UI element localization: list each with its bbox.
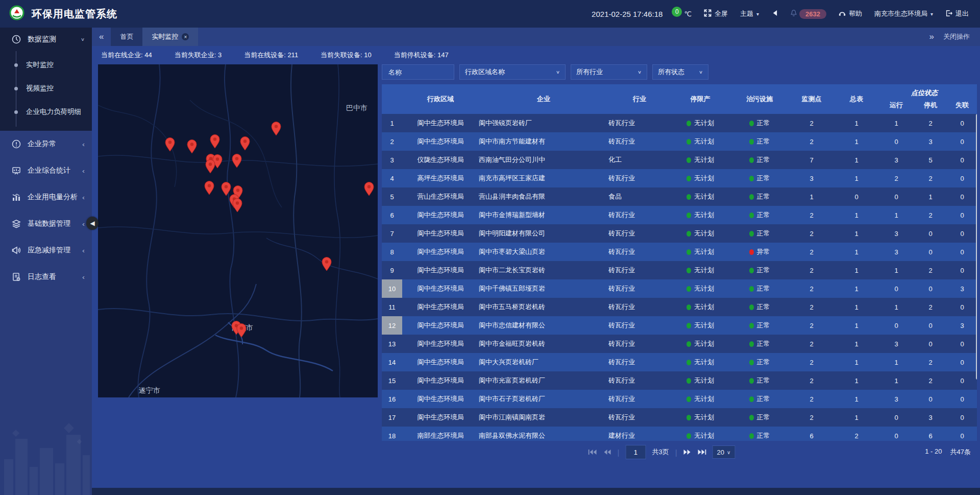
table-row[interactable]: 1 阆中生态环境局 阆中强锐页岩砖厂 砖瓦行业 无计划 正常 2 1 1 2 0: [382, 114, 977, 132]
status-dot-icon: [749, 231, 754, 237]
notification-badge[interactable]: 2632: [799, 9, 826, 19]
sidebar-group-2[interactable]: 企业综合统计 ‹: [0, 157, 92, 184]
stat-item: 当前失联设备: 10: [321, 51, 372, 60]
table-row[interactable]: 11 阆中生态环境局 阆中市五马桥页岩机砖 砖瓦行业 无计划 正常 2 1 1 …: [382, 298, 977, 316]
cell-company: 阆中市二龙长宝页岩砖: [479, 261, 608, 279]
cell-stopped: 2: [914, 206, 947, 224]
tabs-scroll-left-icon[interactable]: «: [92, 32, 111, 42]
chevron-down-icon: ∨: [81, 37, 85, 42]
chevron-down-icon: ∨: [638, 69, 642, 75]
table-row[interactable]: 2 阆中生态环境局 阆中市南方节能建材有 砖瓦行业 无计划 正常 2 1 0 3…: [382, 132, 977, 151]
status-dot-icon: [749, 323, 754, 328]
help-button[interactable]: 帮助: [839, 9, 862, 18]
status-dot-icon: [749, 378, 754, 384]
sidebar-item[interactable]: 实时监控: [0, 53, 92, 77]
cell-company: 南充市高坪区王家店建: [479, 169, 608, 187]
map-collapse-handle[interactable]: ◀: [86, 217, 99, 230]
chevron-left-icon: ‹: [82, 194, 85, 201]
name-filter-input[interactable]: [387, 68, 449, 77]
table-row[interactable]: 6 阆中生态环境局 阆中市金博瑞新型墙材 砖瓦行业 无计划 正常 2 1 1 2…: [382, 206, 977, 224]
table-row[interactable]: 5 营山生态环境局 营山县润丰肉食品有限 食品 无计划 正常 1 0 0 1 0: [382, 187, 977, 206]
cell-offline: 0: [947, 187, 977, 206]
sidebar-item[interactable]: 企业电力负荷明细: [0, 100, 92, 124]
close-operations-button[interactable]: 关闭操作: [943, 32, 970, 41]
cell-meters: 1: [834, 243, 879, 261]
theme-button[interactable]: 主题 ▾: [740, 9, 759, 18]
cell-running: 1: [879, 353, 914, 371]
first-page-icon[interactable]: [589, 449, 597, 455]
cell-meters: 1: [834, 390, 879, 408]
sidebar-group-3[interactable]: 企业用电量分析 ‹: [0, 184, 92, 210]
temperature-unit: ℃: [684, 10, 692, 18]
org-menu[interactable]: 南充市生态环境局 ▾: [874, 9, 933, 18]
cell-running: 1: [879, 371, 914, 390]
table-row[interactable]: 18 南部生态环境局 南部县双佛水泥有限公 建材行业 无计划 正常 6 2 0 …: [382, 427, 977, 441]
table-row[interactable]: 3 仪陇生态环境局 西南油气田分公司川中 化工 无计划 正常 7 1 3 5 0: [382, 151, 977, 169]
cell-stop-status: 无计划: [671, 114, 730, 132]
sidebar-group-1[interactable]: 企业异常 ‹: [0, 131, 92, 157]
cell-facility-status: 异常: [730, 243, 789, 261]
table-row[interactable]: 14 阆中生态环境局 阆中大兴页岩机砖厂 砖瓦行业 无计划 正常 2 1 1 2…: [382, 353, 977, 371]
name-filter-field[interactable]: [382, 64, 454, 80]
cell-points: 2: [789, 298, 834, 316]
sound-button[interactable]: [771, 10, 778, 18]
sidebar-group-6[interactable]: 日志查看 ‹: [0, 264, 92, 290]
table-scrollbar[interactable]: [976, 114, 977, 380]
cell-running: 0: [879, 132, 914, 151]
sidebar-group-4[interactable]: 基础数据管理 ‹: [0, 210, 92, 237]
table-row[interactable]: 7 阆中生态环境局 阆中明阳建材有限公司 砖瓦行业 无计划 正常 2 1 3 0…: [382, 224, 977, 243]
cell-stopped: 6: [914, 427, 947, 441]
cell-facility-status: 正常: [730, 261, 789, 279]
next-page-icon[interactable]: [683, 449, 692, 455]
sidebar-item[interactable]: 视频监控: [0, 77, 92, 100]
stat-item: 当前在线企业: 44: [101, 51, 152, 60]
cell-offline: 0: [947, 243, 977, 261]
pagination-bar: | 共3页 | 20 ∨: [382, 442, 977, 462]
cell-stopped: 0: [914, 279, 947, 298]
page-size-select[interactable]: 20 ∨: [713, 445, 736, 459]
last-page-icon[interactable]: [698, 449, 706, 455]
page-number-input[interactable]: [625, 445, 646, 459]
table-row[interactable]: 8 阆中生态环境局 阆中市枣碧大梁山页岩 砖瓦行业 无计划 异常 2 1 3 0…: [382, 243, 977, 261]
cell-facility-status: 正常: [730, 371, 789, 390]
tabs-scroll-right-icon[interactable]: »: [929, 32, 934, 42]
cell-region: 阆中生态环境局: [402, 390, 479, 408]
cell-facility-status: 正常: [730, 408, 789, 427]
status-filter-select[interactable]: 所有状态 ∨: [652, 64, 708, 80]
sidebar-group-0[interactable]: 数据监测 ∨: [0, 28, 92, 51]
cell-facility-status: 正常: [730, 335, 789, 353]
table-row[interactable]: 17 阆中生态环境局 阆中市江南镇阆南页岩 砖瓦行业 无计划 正常 2 1 0 …: [382, 408, 977, 427]
logout-button[interactable]: 退出: [945, 9, 969, 18]
cell-points: 2: [789, 224, 834, 243]
bottom-strip: [92, 488, 980, 495]
table-header: 行政区域 企业 行业 停限产 治污设施 监测点 总表 运行 停机 失联 点位状态: [382, 84, 977, 114]
chevron-left-icon: ‹: [82, 273, 85, 280]
cell-meters: 0: [834, 187, 879, 206]
table-row[interactable]: 12 阆中生态环境局 阆中市忠信建材有限公 砖瓦行业 无计划 正常 2 1 0 …: [382, 316, 977, 335]
table-row[interactable]: 4 高坪生态环境局 南充市高坪区王家店建 砖瓦行业 无计划 正常 3 1 2 2…: [382, 169, 977, 187]
tab-home[interactable]: 首页: [111, 28, 142, 46]
industry-filter-select[interactable]: 所有行业 ∨: [571, 64, 647, 80]
notification-area[interactable]: 2632: [790, 9, 826, 19]
cell-offline: 0: [947, 335, 977, 353]
row-number: 14: [382, 353, 402, 371]
status-dot-icon: [687, 378, 691, 384]
tab-realtime-monitor[interactable]: 实时监控 ×: [142, 28, 198, 46]
table-row[interactable]: 16 阆中生态环境局 阆中市石子页岩机砖厂 砖瓦行业 无计划 正常 2 1 3 …: [382, 390, 977, 408]
status-dot-icon: [687, 213, 691, 218]
prev-page-icon[interactable]: [603, 449, 611, 455]
cell-offline: 0: [947, 427, 977, 441]
cell-running: 3: [879, 390, 914, 408]
close-icon[interactable]: ×: [182, 33, 189, 40]
sidebar-group-5[interactable]: 应急减排管理 ‹: [0, 237, 92, 264]
table-row[interactable]: 15 阆中生态环境局 阆中市光富页岩机砖厂 砖瓦行业 无计划 正常 2 1 1 …: [382, 371, 977, 390]
region-filter-select[interactable]: 行政区域名称 ∨: [459, 64, 566, 80]
cell-industry: 砖瓦行业: [608, 279, 671, 298]
table-row[interactable]: 10 阆中生态环境局 阆中千佛镇五郎垭页岩 砖瓦行业 无计划 正常 2 1 0 …: [382, 279, 977, 298]
row-number: 13: [382, 335, 402, 353]
table-row[interactable]: 13 阆中生态环境局 阆中市金福旺页岩机砖 砖瓦行业 无计划 正常 2 1 3 …: [382, 335, 977, 353]
map-panel[interactable]: 巴中市南充市遂宁市: [98, 64, 378, 397]
cell-stopped: 0: [914, 224, 947, 243]
fullscreen-button[interactable]: 全屏: [704, 9, 728, 18]
table-row[interactable]: 9 阆中生态环境局 阆中市二龙长宝页岩砖 砖瓦行业 无计划 正常 2 1 1 2…: [382, 261, 977, 279]
